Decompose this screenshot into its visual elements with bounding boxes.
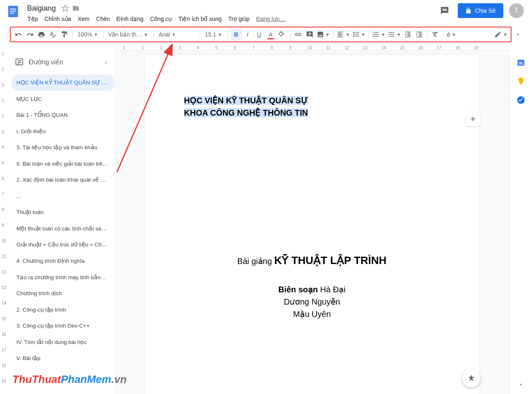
- menu-insert[interactable]: Chèn: [93, 14, 112, 24]
- explore-button-icon[interactable]: [462, 369, 480, 387]
- folder-move-icon[interactable]: [72, 5, 80, 12]
- outline-item[interactable]: MỤC LỤC: [11, 91, 115, 107]
- align-icon[interactable]: ▼: [336, 29, 351, 40]
- outline-item[interactable]: 3. Công cụ lập trình Dev-C++: [11, 318, 115, 334]
- menu-tools[interactable]: Công cụ: [147, 14, 175, 24]
- toolbar-container: 100%▼ Văn bản th…▼ Arial▼ 15.1▼ B I U A …: [0, 26, 532, 43]
- svg-text:31: 31: [518, 61, 523, 65]
- share-button[interactable]: Chia Sẻ: [458, 3, 503, 18]
- menu-bar: Tệp Chỉnh sửa Xem Chèn Định dạng Công cụ…: [25, 13, 437, 25]
- svg-rect-3: [10, 13, 14, 14]
- outline-item[interactable]: Một thuật toán có các tính chất sa…: [11, 221, 115, 237]
- font-dropdown[interactable]: Arial▼: [156, 29, 197, 40]
- text-color-icon[interactable]: A: [265, 29, 276, 40]
- outline-item[interactable]: HỌC VIỆN KỸ THUẬT QUÂN SỰ K…: [11, 75, 115, 91]
- redo-icon[interactable]: [25, 29, 35, 40]
- menu-format[interactable]: Định dạng: [114, 14, 146, 24]
- bulleted-list-icon[interactable]: ▼: [387, 29, 402, 40]
- menu-addons[interactable]: Tiện ích bổ sung: [176, 14, 224, 24]
- spellcheck-icon[interactable]: [48, 29, 58, 40]
- hide-toolbar-icon[interactable]: [514, 32, 522, 37]
- tasks-icon[interactable]: [516, 95, 526, 105]
- keep-icon[interactable]: [516, 76, 526, 86]
- outline-item[interactable]: Giải thuật + Cấu trúc dữ liệu = Chư…: [11, 237, 115, 253]
- menu-view[interactable]: Xem: [75, 14, 93, 24]
- styles-dropdown[interactable]: Văn bản th…▼: [106, 29, 151, 40]
- horizontal-ruler[interactable]: 112345678910111213141516171819: [115, 43, 511, 50]
- comments-icon[interactable]: [437, 3, 452, 18]
- app-header: Baigiang Tệp Chỉnh sửa Xem Chèn Định dạn…: [0, 0, 532, 26]
- star-icon[interactable]: [62, 5, 69, 12]
- menu-file[interactable]: Tệp: [25, 14, 41, 24]
- docs-logo-icon[interactable]: [5, 3, 21, 20]
- selected-heading[interactable]: HỌC VIỆN KỸ THUẬT QUÂN SỰ KHOA CÔNG NGHỆ…: [184, 94, 440, 119]
- user-avatar[interactable]: T: [509, 3, 524, 18]
- outline-item[interactable]: 2. Công cụ lập trình: [11, 302, 115, 318]
- outline-item[interactable]: I. Giới thiệu: [11, 123, 115, 140]
- outline-icon: [15, 57, 24, 66]
- bold-icon[interactable]: B: [231, 29, 242, 40]
- toolbar: 100%▼ Văn bản th…▼ Arial▼ 15.1▼ B I U A …: [10, 27, 511, 42]
- add-comment-floating-icon[interactable]: [466, 112, 480, 126]
- clear-formatting-icon[interactable]: [430, 29, 441, 40]
- menu-help[interactable]: Trợ giúp: [225, 14, 252, 24]
- input-tools-icon[interactable]: ê▼: [446, 29, 457, 40]
- document-title-block[interactable]: Bài giảng KỸ THUẬT LẬP TRÌNH: [184, 254, 440, 267]
- outline-item[interactable]: Bài 1 - TỔNG QUAN: [11, 107, 115, 123]
- saving-status: Đang lưu…: [253, 14, 288, 24]
- svg-rect-2: [10, 11, 16, 11]
- editing-mode-icon[interactable]: ▼: [493, 29, 508, 40]
- outline-item[interactable]: ...: [11, 188, 115, 205]
- italic-icon[interactable]: I: [242, 29, 253, 40]
- title-area: Baigiang Tệp Chỉnh sửa Xem Chèn Định dạn…: [25, 3, 437, 25]
- zoom-dropdown[interactable]: 100%▼: [75, 29, 100, 40]
- outline-item[interactable]: IV. Tóm tắt nội dung bài học: [11, 334, 115, 351]
- outline-item[interactable]: Chương trình dịch: [11, 285, 115, 302]
- side-panel: 31: [509, 50, 532, 394]
- share-button-label: Chia Sẻ: [475, 7, 496, 14]
- svg-marker-4: [62, 5, 68, 11]
- outline-list: HỌC VIỆN KỸ THUẬT QUÂN SỰ K…MỤC LỤCBài 1…: [11, 75, 115, 367]
- menu-edit[interactable]: Chỉnh sửa: [41, 14, 74, 24]
- outline-collapse-icon[interactable]: ‹: [105, 58, 112, 66]
- line-spacing-icon[interactable]: ▼: [352, 29, 366, 40]
- underline-icon[interactable]: U: [254, 29, 265, 40]
- outline-item[interactable]: V. Bài tập: [11, 350, 115, 367]
- calendar-icon[interactable]: 31: [516, 57, 526, 67]
- increase-indent-icon[interactable]: [414, 29, 425, 40]
- outline-item[interactable]: 3. Tài liệu học tập và tham khảo: [11, 139, 115, 156]
- outline-item[interactable]: 4. Chương trình Định nghĩa: [11, 253, 115, 269]
- undo-icon[interactable]: [13, 29, 24, 40]
- decrease-indent-icon[interactable]: [402, 29, 413, 40]
- print-icon[interactable]: [36, 29, 47, 40]
- font-size-dropdown[interactable]: 15.1▼: [203, 29, 226, 40]
- outline-item[interactable]: II. Bài toán và việc giải bài toán trê…: [11, 156, 115, 172]
- insert-link-icon[interactable]: [293, 29, 304, 40]
- outline-sidebar: Đường viền ‹ HỌC VIỆN KỸ THUẬT QUÂN SỰ K…: [8, 50, 115, 394]
- highlight-color-icon[interactable]: [277, 29, 288, 40]
- document-page[interactable]: HỌC VIỆN KỸ THUẬT QUÂN SỰ KHOA CÔNG NGHỆ…: [145, 55, 479, 394]
- author-block[interactable]: Biên soạn Hà Đại Dương Nguyễn Mậu Uyên: [184, 283, 440, 320]
- outline-item[interactable]: 2. Xác định bài toán Khái quát về …: [11, 172, 115, 188]
- vertical-ruler[interactable]: 12312345678910111213141516171819: [0, 50, 8, 394]
- side-panel-expand-icon[interactable]: [518, 382, 524, 387]
- doc-title[interactable]: Baigiang: [25, 3, 58, 14]
- insert-comment-icon[interactable]: [304, 29, 315, 40]
- numbered-list-icon[interactable]: ▼: [371, 29, 386, 40]
- document-scroll-area[interactable]: HỌC VIỆN KỸ THUẬT QUÂN SỰ KHOA CÔNG NGHỆ…: [115, 50, 509, 394]
- outline-item[interactable]: Tạo ra chương trình máy tính bằn…: [11, 269, 115, 286]
- outline-title: Đường viền: [29, 58, 100, 66]
- svg-rect-1: [10, 9, 16, 9]
- paint-format-icon[interactable]: [59, 29, 70, 40]
- outline-item[interactable]: Thuật toán: [11, 204, 115, 221]
- insert-image-icon[interactable]: ▼: [316, 29, 331, 40]
